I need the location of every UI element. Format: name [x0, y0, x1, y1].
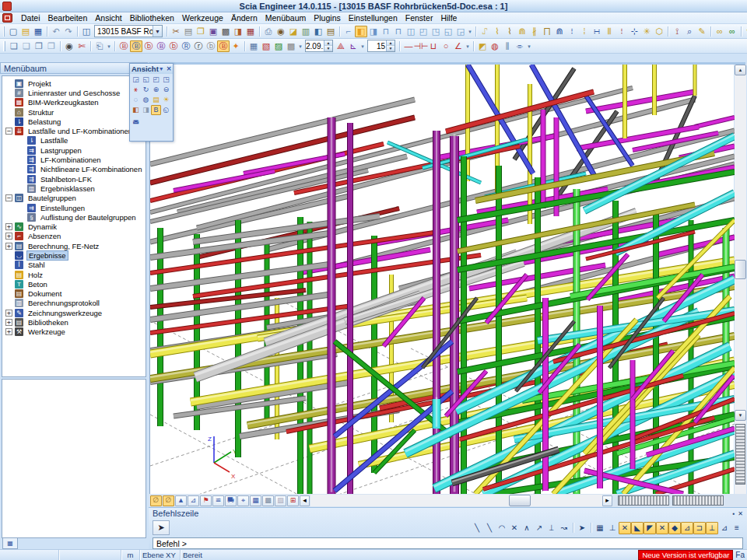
pair1-icon[interactable]: ⚒ [744, 26, 747, 37]
snap-t2-icon[interactable]: ◣ [631, 522, 644, 534]
zoomwin-icon[interactable]: ◌ [131, 95, 141, 105]
tree-item-lastf-lle[interactable]: ⇂Lastfälle [2, 136, 146, 145]
rotate-icon[interactable]: ↻ [141, 85, 151, 95]
snap-t7-icon[interactable]: ⊐ [693, 522, 706, 534]
tree-item-ergebnisse[interactable]: ◡Ergebnisse [2, 250, 146, 260]
tree-expander[interactable]: − [5, 128, 12, 135]
snap-t1-icon[interactable]: ✕ [619, 522, 631, 534]
tree-item-auflistung-der-bautelgruppen[interactable]: §Auflistung der Bautelgruppen [2, 212, 146, 222]
beam11-icon[interactable]: ⫴ [603, 26, 615, 37]
update-badge[interactable]: Neue Version ist verfügbar [638, 550, 733, 560]
layer3-icon[interactable]: ❐ [33, 40, 45, 52]
snap-cursor-icon[interactable]: ➤ [576, 522, 588, 534]
load2-icon[interactable]: Ⓑ [130, 40, 142, 52]
new-document-icon[interactable]: ▢ [7, 26, 19, 37]
load6-icon[interactable]: Ⓡ [180, 40, 192, 52]
frame8-icon[interactable]: ◳ [430, 26, 442, 37]
res4-icon[interactable]: ▩ [285, 40, 297, 52]
grid2-icon[interactable]: ▦ [250, 495, 261, 506]
frame1-icon[interactable]: ⌐ [342, 26, 355, 37]
doc-icon[interactable]: ▥ [300, 26, 312, 37]
tree-item-lf-kombinationen[interactable]: ⇶LF-Kombinationen [2, 155, 146, 164]
snap-line-icon[interactable]: ╲ [471, 522, 483, 534]
scale-spinner[interactable]: 15▲▼ [367, 40, 395, 52]
ghost-icon[interactable]: ▨ [275, 495, 286, 506]
view2-icon[interactable]: ◱ [141, 75, 151, 85]
frame3-icon[interactable]: ◨ [367, 26, 380, 37]
beam2-icon[interactable]: ⌇ [491, 26, 503, 37]
res2-icon[interactable]: ▧ [260, 40, 272, 52]
paint-icon[interactable]: ◩ [476, 40, 489, 52]
horizontal-splitter-handle-1[interactable] [618, 495, 669, 506]
layers2-icon[interactable]: ◛ [131, 115, 141, 125]
tree-item-nichtlineare-lf-kombinationen[interactable]: ⇶Nichtlineare LF-Kombinationen [2, 165, 146, 174]
view3-icon[interactable]: ◰ [151, 75, 161, 85]
tree-item-bibliotheken[interactable]: +▤Bibliotheken [2, 317, 146, 327]
scroll-left-button[interactable]: ◂ [300, 495, 310, 506]
horizontal-splitter-handle-2[interactable] [672, 495, 724, 506]
overflow-chevron[interactable]: ▾ [526, 40, 532, 52]
menu-plugins[interactable]: Plugins [310, 13, 344, 23]
clip2-icon[interactable]: ◨ [141, 105, 151, 115]
tree-expander[interactable]: − [5, 194, 12, 201]
tree-expander[interactable]: + [5, 310, 12, 317]
property-panel-tab[interactable]: ▦ [2, 538, 18, 549]
beam10-icon[interactable]: ∺ [591, 26, 603, 37]
dim-icon[interactable]: ⊣⊢ [415, 40, 427, 52]
status-fang[interactable]: Fa [733, 551, 747, 559]
snap-mid-icon[interactable]: ∧ [521, 522, 533, 534]
scroll-right-button[interactable]: ▸ [602, 495, 612, 506]
sel3-icon[interactable]: ✎ [696, 26, 708, 37]
zoomout-icon[interactable]: ⊖ [161, 85, 171, 95]
tree-item-dynamik[interactable]: +∿Dynamik [2, 222, 146, 231]
box-icon[interactable]: ⊔ [427, 40, 440, 52]
overflow-chevron[interactable]: ▾ [467, 26, 473, 37]
tree-expander[interactable]: + [5, 328, 12, 335]
status-plane[interactable]: Ebene XY [140, 550, 181, 560]
frame2-icon[interactable]: ◧ [355, 26, 367, 37]
scissors-icon[interactable]: ✂ [170, 26, 182, 37]
combo-dropdown-icon[interactable]: ▼ [153, 26, 162, 37]
save-icon[interactable]: ▦ [32, 26, 44, 37]
frame4-icon[interactable]: ⊓ [380, 26, 392, 37]
bulb-icon[interactable]: ☀ [161, 95, 171, 105]
snap-t6-icon[interactable]: ⊿ [681, 522, 693, 534]
tree-expander[interactable]: + [5, 223, 12, 230]
erase-icon[interactable]: ✄ [75, 40, 88, 52]
export-icon[interactable]: ◪ [287, 26, 300, 37]
export2-icon[interactable]: ⎗ [93, 40, 106, 52]
target-icon[interactable]: ⌖ [237, 495, 249, 506]
bino2-icon[interactable]: ∞ [726, 26, 738, 37]
print-icon[interactable]: ⎙ [262, 26, 275, 37]
snap-t5-icon[interactable]: ◆ [668, 522, 681, 534]
view5-icon[interactable]: ◵ [161, 105, 171, 115]
tree-item-lastf-lle-und-lf-kombinationen[interactable]: −⇊Lastfälle und LF-Kombinationen [2, 126, 146, 135]
app-menu-icon[interactable] [2, 13, 12, 23]
layer4-icon[interactable]: ❐ [45, 40, 58, 52]
beam12-icon[interactable]: ⁝ [615, 26, 628, 37]
copy-icon[interactable]: ❐ [195, 26, 207, 37]
printer-setup-icon[interactable]: ▤ [182, 26, 195, 37]
load4-icon[interactable]: Ⓑ [155, 40, 167, 52]
view4-icon[interactable]: ◳ [161, 75, 171, 85]
paste-icon[interactable]: ▣ [207, 26, 219, 37]
menu-hilfe[interactable]: Hilfe [437, 13, 461, 23]
zoom-spinner[interactable]: 2.09..▲▼ [305, 40, 333, 52]
close-icon[interactable]: ✕ [738, 510, 743, 517]
beam15-icon[interactable]: ⬡ [653, 26, 665, 37]
scroll-up-button[interactable]: ▲ [735, 65, 746, 75]
tree-item-dokument[interactable]: ▤Dokument [2, 289, 146, 299]
tree-item-berechnung-fe-netz[interactable]: +▤Berechnung, FE-Netz [2, 241, 146, 250]
undo-icon[interactable]: ↶ [50, 26, 62, 37]
align-icon[interactable]: ≌ [212, 495, 224, 506]
beam9-icon[interactable]: ⁞ [578, 26, 591, 37]
tree-item-ergebnisklassen[interactable]: ▥Ergebnisklassen [2, 184, 146, 193]
snap-arc-icon[interactable]: ◠ [496, 522, 508, 534]
sel2-icon[interactable]: ⌕ [683, 26, 696, 37]
tree-item-zeichnungswerkzeuge[interactable]: +✎Zeichnungswerkzeuge [2, 308, 146, 317]
load5-icon[interactable]: ⓑ [167, 40, 180, 52]
tree-item-berechnungsprotokoll[interactable]: ▥Berechnungsprotokoll [2, 299, 146, 308]
chart-icon[interactable]: ⫼ [501, 40, 514, 52]
snap-grid-icon[interactable]: ▦ [594, 522, 606, 534]
load10-icon[interactable]: ✦ [230, 40, 242, 52]
